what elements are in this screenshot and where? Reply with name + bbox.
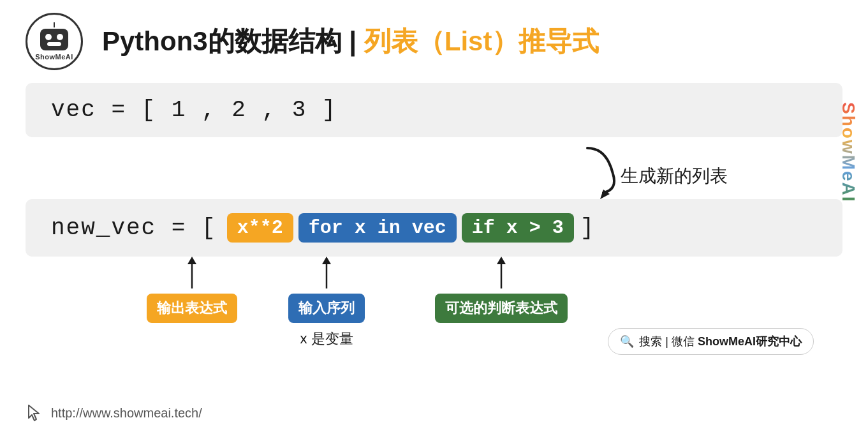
search-icon: 🔍 xyxy=(620,334,634,348)
annotation-label-output: 输出表达式 xyxy=(147,294,237,323)
annotation-label-input: 输入序列 xyxy=(288,294,365,323)
cursor-icon xyxy=(26,403,45,423)
page-title: Python3的数据结构 | 列表（List）推导式 xyxy=(102,24,599,59)
footer-url: http://www.showmeai.tech/ xyxy=(51,406,202,421)
arrow-label: 生成新的列表 xyxy=(621,164,728,188)
curved-arrow-icon xyxy=(549,142,626,199)
title-orange: 列表（List）推导式 xyxy=(364,26,600,56)
code-bracket-close: ] xyxy=(580,215,594,241)
search-box[interactable]: 🔍 搜索 | 微信 ShowMeAI研究中心 xyxy=(608,328,814,355)
logo-antenna xyxy=(54,22,55,27)
arrow-up-icon-2 xyxy=(317,257,336,288)
page-container: ShowMeAI Python3的数据结构 | 列表（List）推导式 Show… xyxy=(0,0,868,434)
svg-marker-2 xyxy=(188,257,196,264)
footer: http://www.showmeai.tech/ xyxy=(26,403,202,423)
pill-for-clause: for x in vec xyxy=(298,213,457,243)
code-block-top: vec = [ 1 , 2 , 3 ] xyxy=(26,83,842,137)
svg-marker-4 xyxy=(322,257,331,264)
title-black: Python3的数据结构 | xyxy=(102,26,364,56)
code-top-text: vec = [ 1 , 2 , 3 ] xyxy=(51,97,337,123)
arrow-up-icon-1 xyxy=(182,257,202,288)
arrow-up-icon-3 xyxy=(492,257,511,288)
annotation-label-condition: 可选的判断表达式 xyxy=(435,294,568,323)
x-variable-label: x 是变量 xyxy=(300,329,353,348)
logo: ShowMeAI xyxy=(26,13,83,70)
logo-text: ShowMeAI xyxy=(35,53,73,61)
code-bottom-prefix: new_vec = [ xyxy=(51,215,217,241)
search-brand: ShowMeAI研究中心 xyxy=(698,335,802,348)
arrow-section: 生成新的列表 xyxy=(26,145,842,196)
header: ShowMeAI Python3的数据结构 | 列表（List）推导式 xyxy=(26,13,842,70)
pill-if-clause: if x > 3 xyxy=(462,213,574,243)
code-block-bottom: new_vec = [ x**2 for x in vec if x > 3 ] xyxy=(26,199,842,257)
pill-expression: x**2 xyxy=(227,213,293,243)
lower-section: new_vec = [ x**2 for x in vec if x > 3 ]… xyxy=(26,199,842,348)
svg-marker-6 xyxy=(497,257,506,264)
logo-robot-icon xyxy=(40,29,68,50)
search-text: 搜索 | 微信 ShowMeAI研究中心 xyxy=(639,334,802,349)
